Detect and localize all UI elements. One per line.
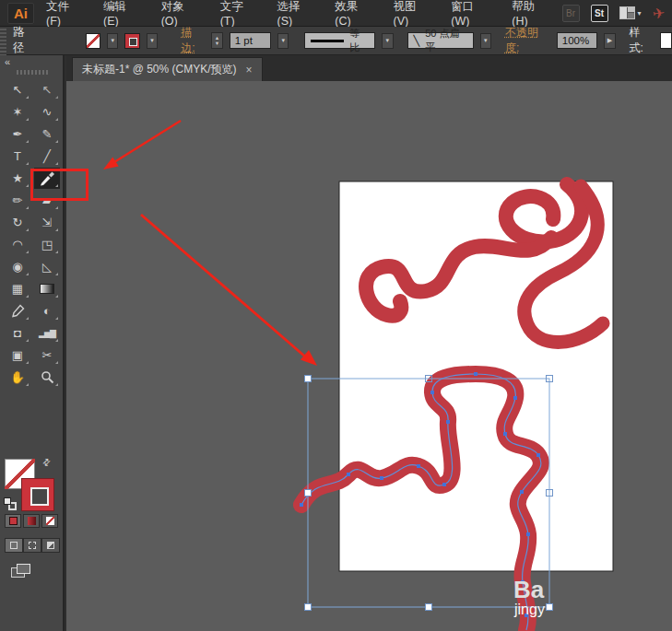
- stock-icon[interactable]: St: [591, 5, 608, 22]
- chevron-down-icon: ▾: [638, 9, 642, 18]
- column-graph-tool[interactable]: ▂▅▇: [34, 322, 60, 344]
- pen-variant-tool[interactable]: ✎: [34, 123, 60, 145]
- scale-tool[interactable]: ⇲: [34, 212, 60, 233]
- stroke-width-stepper[interactable]: ▲ ▼: [211, 32, 222, 49]
- type-tool[interactable]: T: [5, 146, 30, 167]
- profile-label: 等比: [349, 27, 369, 54]
- panel-drag-grip[interactable]: [17, 70, 48, 75]
- document-canvas[interactable]: Ba jingy: [66, 81, 672, 631]
- star-shape-tool[interactable]: ★: [5, 168, 30, 189]
- gradient-icon: [40, 284, 54, 294]
- brush-caret[interactable]: ▾: [480, 33, 491, 49]
- variable-width-profile[interactable]: 等比: [304, 32, 375, 49]
- tab-bar: 未标题-1* @ 50% (CMYK/预览) ×: [66, 55, 672, 81]
- swap-fill-stroke-icon[interactable]: ⇄: [40, 456, 53, 469]
- zoom-tool[interactable]: [34, 367, 60, 388]
- workspace-switcher[interactable]: ▾: [619, 6, 642, 19]
- magnifier-icon: [41, 370, 54, 384]
- style-label: 样式:: [630, 25, 654, 56]
- selection-tool[interactable]: ↖: [5, 79, 30, 100]
- brush-name: 50 点扁平: [425, 27, 466, 54]
- draw-normal-icon: [10, 542, 18, 549]
- free-transform-tool[interactable]: ◳: [34, 234, 60, 255]
- default-fill-stroke-icon[interactable]: [4, 497, 17, 510]
- magic-wand-tool[interactable]: ✶: [5, 101, 30, 123]
- fill-color-swatch[interactable]: [86, 33, 100, 49]
- mesh-tool[interactable]: ▦: [5, 278, 30, 299]
- direct-selection-tool[interactable]: ↖: [34, 79, 60, 100]
- draw-normal-button[interactable]: [5, 538, 23, 553]
- gradient-fill-icon: [28, 517, 36, 525]
- stroke-swatch[interactable]: [21, 478, 54, 511]
- line-segment-tool[interactable]: ╱: [34, 146, 60, 167]
- stroke-profile-line-icon: [311, 40, 344, 42]
- arrow-to-brush-tool: [114, 121, 181, 162]
- stroke-color-swatch[interactable]: [124, 33, 139, 49]
- gradient-tool[interactable]: [34, 278, 60, 299]
- opacity-field[interactable]: 100%: [557, 32, 597, 49]
- gradient-button[interactable]: [23, 514, 40, 528]
- opacity-panel-link[interactable]: 不透明度:: [505, 25, 550, 56]
- slice-tool[interactable]: ✂: [34, 345, 60, 366]
- menu-bar: Ai 文件(F) 编辑(E) 对象(O) 文字(T) 选择(S) 效果(C) 视…: [0, 0, 672, 27]
- cs-live-icon[interactable]: ✈: [651, 4, 666, 23]
- pencil-tool[interactable]: ✏: [5, 190, 30, 211]
- eyedropper-tool[interactable]: [5, 300, 30, 321]
- hand-tool[interactable]: ✋: [5, 367, 30, 388]
- none-button[interactable]: [41, 514, 58, 528]
- fill-dropdown-caret[interactable]: ▾: [107, 33, 118, 49]
- draw-behind-button[interactable]: [23, 538, 41, 553]
- lasso-tool[interactable]: ∿: [34, 101, 60, 123]
- document-tab[interactable]: 未标题-1* @ 50% (CMYK/预览) ×: [72, 57, 263, 81]
- screen-mode-button[interactable]: [11, 564, 31, 578]
- shape-builder-tool[interactable]: ◉: [5, 256, 30, 277]
- width-tool[interactable]: ◠: [5, 234, 30, 255]
- brush-thumbnail-icon: ╲: [414, 35, 420, 47]
- arrowhead-icon: [301, 350, 317, 366]
- document-tab-title: 未标题-1* @ 50% (CMYK/预览): [82, 62, 237, 77]
- bridge-icon[interactable]: Br: [562, 5, 580, 22]
- perspective-grid-tool[interactable]: ◺: [34, 256, 60, 277]
- stroke-width-caret[interactable]: ▾: [277, 33, 289, 49]
- arrow-to-selection: [141, 215, 306, 357]
- stroke-panel-link[interactable]: 描边:: [181, 25, 205, 56]
- draw-inside-button[interactable]: [41, 538, 60, 553]
- style-swatch[interactable]: [660, 32, 672, 49]
- draw-behind-icon: [29, 542, 36, 549]
- illustrator-logo: Ai: [7, 3, 34, 24]
- close-icon[interactable]: ×: [246, 64, 253, 76]
- solid-color-icon: [9, 517, 18, 525]
- collapse-panel-icon[interactable]: «: [5, 56, 10, 67]
- none-fill-icon: [46, 517, 54, 525]
- stroke-width-field[interactable]: 1 pt: [230, 32, 271, 49]
- artboard-tool[interactable]: ▣: [5, 345, 30, 366]
- annotation-highlight-box: [30, 169, 88, 201]
- arrowhead-icon: [103, 157, 119, 169]
- pen-tool[interactable]: ✒: [5, 123, 30, 145]
- watermark-line1: Ba: [513, 576, 545, 603]
- canvas-area[interactable]: Ba jingy: [66, 81, 672, 631]
- baidu-watermark: Ba jingy: [513, 576, 545, 617]
- workspace-grid-icon: [619, 6, 635, 19]
- symbol-sprayer-tool[interactable]: ◘: [5, 322, 30, 344]
- brush-definition[interactable]: ╲ 50 点扁平: [407, 32, 474, 49]
- rotate-tool[interactable]: ↻: [5, 212, 30, 233]
- stroke-dropdown-caret[interactable]: ▾: [147, 33, 158, 49]
- draw-inside-icon: [47, 542, 54, 549]
- color-button[interactable]: [5, 514, 21, 528]
- tools-panel: « ↖ ↖ ✶ ∿ ✒ ✎ T ╱ ★ ✏ ▰ ↻ ⇲ ◠ ◳ ◉ ◺ ▦: [0, 55, 65, 631]
- blend-tool[interactable]: ◐: [34, 300, 60, 321]
- context-label: 路径: [13, 25, 35, 56]
- profile-caret[interactable]: ▾: [382, 33, 393, 49]
- panel-grip-icon[interactable]: [0, 27, 6, 55]
- stepper-down-icon[interactable]: ▼: [215, 41, 219, 46]
- opacity-caret[interactable]: ▶: [604, 33, 615, 49]
- control-bar: 路径 ▾ ▾ 描边: ▲ ▼ 1 pt ▾ 等比 ▾ ╲ 50 点扁平 ▾ 不透…: [0, 27, 672, 55]
- annotation-arrows: [103, 121, 317, 366]
- watermark-line2: jingy: [513, 602, 545, 617]
- eyedropper-icon: [11, 304, 25, 318]
